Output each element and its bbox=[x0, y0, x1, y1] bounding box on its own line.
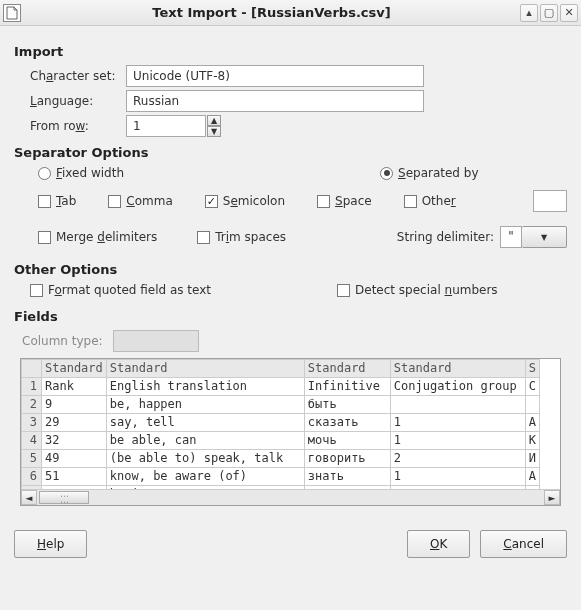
column-type-select[interactable] bbox=[113, 330, 199, 352]
trim-spaces-checkbox[interactable]: Trim spaces bbox=[197, 230, 286, 244]
ok-button[interactable]: OK bbox=[407, 530, 470, 558]
app-icon bbox=[3, 4, 21, 22]
table-row[interactable]: 549(be able to) speak, talkговорить2И bbox=[22, 450, 540, 468]
table-row[interactable]: 432be able, canмочь1К bbox=[22, 432, 540, 450]
chevron-down-icon[interactable]: ▼ bbox=[522, 226, 567, 248]
fields-heading: Fields bbox=[14, 309, 567, 324]
string-delimiter-label: String delimiter: bbox=[397, 230, 494, 244]
preview-header-row[interactable]: Standard Standard Standard Standard S bbox=[22, 360, 540, 378]
window-maximize-button[interactable]: ▢ bbox=[540, 4, 558, 22]
table-row[interactable]: 29be, happenбыть bbox=[22, 396, 540, 414]
scroll-right-button[interactable]: ► bbox=[544, 490, 560, 505]
comma-checkbox[interactable]: Comma bbox=[108, 194, 172, 208]
scroll-left-button[interactable]: ◄ bbox=[21, 490, 37, 505]
language-label: Language: bbox=[14, 94, 126, 108]
language-select[interactable]: Russian bbox=[126, 90, 424, 112]
table-row[interactable]: 1RankEnglish translationInfinitiveConjug… bbox=[22, 378, 540, 396]
other-options-heading: Other Options bbox=[14, 262, 567, 277]
horizontal-scrollbar[interactable]: ◄ ► bbox=[21, 489, 560, 505]
separated-by-radio[interactable]: Separated by bbox=[380, 166, 479, 180]
from-row-label: From row: bbox=[14, 119, 126, 133]
table-row[interactable]: 651know, be aware (of)знать1А bbox=[22, 468, 540, 486]
window-close-button[interactable]: ✕ bbox=[560, 4, 578, 22]
title-bar: Text Import - [RussianVerbs.csv] ▴ ▢ ✕ bbox=[0, 0, 581, 26]
scrollbar-thumb[interactable] bbox=[39, 491, 89, 504]
charset-label: Character set: bbox=[14, 69, 126, 83]
tab-checkbox[interactable]: Tab bbox=[38, 194, 76, 208]
window-rollup-button[interactable]: ▴ bbox=[520, 4, 538, 22]
string-delimiter-select[interactable]: " ▼ bbox=[500, 226, 567, 248]
window-title: Text Import - [RussianVerbs.csv] bbox=[25, 5, 518, 20]
fields-preview[interactable]: Standard Standard Standard Standard S 1R… bbox=[20, 358, 561, 506]
fixed-width-radio[interactable]: Fixed width bbox=[38, 166, 124, 180]
format-quoted-checkbox[interactable]: Format quoted field as text bbox=[30, 283, 211, 297]
space-checkbox[interactable]: Space bbox=[317, 194, 372, 208]
semicolon-checkbox[interactable]: Semicolon bbox=[205, 194, 285, 208]
from-row-down-button[interactable]: ▼ bbox=[207, 126, 221, 137]
other-checkbox[interactable]: Other bbox=[404, 194, 456, 208]
import-heading: Import bbox=[14, 44, 567, 59]
charset-select[interactable]: Unicode (UTF-8) bbox=[126, 65, 424, 87]
other-separator-input[interactable] bbox=[533, 190, 567, 212]
help-button[interactable]: Help bbox=[14, 530, 87, 558]
from-row-input[interactable]: 1 bbox=[126, 115, 206, 137]
from-row-up-button[interactable]: ▲ bbox=[207, 115, 221, 126]
column-type-label: Column type: bbox=[22, 334, 103, 348]
separator-options-heading: Separator Options bbox=[14, 145, 567, 160]
detect-special-numbers-checkbox[interactable]: Detect special numbers bbox=[337, 283, 498, 297]
merge-delimiters-checkbox[interactable]: Merge delimiters bbox=[38, 230, 157, 244]
cancel-button[interactable]: Cancel bbox=[480, 530, 567, 558]
table-row[interactable]: 329say, tellсказать1А bbox=[22, 414, 540, 432]
